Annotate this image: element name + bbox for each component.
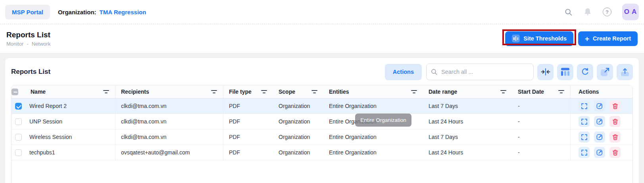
cell-start-date: - xyxy=(512,145,571,160)
help-icon[interactable]: ? xyxy=(603,8,611,16)
top-bar: MSP Portal Organization: TMA Regression … xyxy=(0,0,644,24)
expand-row-button[interactable] xyxy=(579,116,590,127)
select-all-checkbox[interactable] xyxy=(12,89,18,95)
cell-name: Wired Report 2 xyxy=(25,98,115,114)
header-date-range: Date range xyxy=(429,89,457,95)
columns-button[interactable] xyxy=(557,64,573,80)
breadcrumb-separator: - xyxy=(27,41,28,47)
edit-row-button[interactable] xyxy=(594,100,605,112)
edit-row-button[interactable] xyxy=(594,131,605,143)
expand-row-button[interactable] xyxy=(579,100,590,112)
breadcrumb: Monitor - Network xyxy=(6,41,50,47)
thresholds-sliders-icon xyxy=(512,35,520,42)
avatar[interactable]: O A xyxy=(622,4,639,20)
cell-recipients: clkdi@tma.com.vn xyxy=(115,98,223,114)
cell-file-type: PDF xyxy=(223,114,273,129)
expand-row-button[interactable] xyxy=(579,147,590,158)
row-checkbox[interactable] xyxy=(15,118,22,125)
msp-portal-button[interactable]: MSP Portal xyxy=(5,5,50,19)
header-recipients: Recipients xyxy=(121,89,149,95)
filter-icon[interactable] xyxy=(411,89,417,94)
cell-recipients: clkdi@tma.com.vn xyxy=(115,114,223,129)
page-header: Reports List Monitor - Network Site Thre… xyxy=(0,24,644,53)
site-thresholds-label: Site Thresholds xyxy=(523,35,567,42)
cell-scope: Organization xyxy=(273,114,323,129)
panel-title: Reports List xyxy=(11,68,50,76)
open-external-icon xyxy=(601,67,609,76)
refresh-button[interactable] xyxy=(577,64,593,80)
breadcrumb-parent[interactable]: Monitor xyxy=(6,41,23,47)
reports-table: Name Recipients File type Scope Entities… xyxy=(11,85,633,183)
site-thresholds-button[interactable]: Site Thresholds xyxy=(505,31,573,46)
export-button[interactable] xyxy=(617,64,633,80)
cell-date-range: Last 24 Hours xyxy=(423,114,512,129)
cell-date-range: Last 7 Days xyxy=(423,129,512,144)
cell-entities: Entire Organization xyxy=(323,114,423,129)
header-actions: Actions xyxy=(579,89,599,95)
create-report-label: Create Report xyxy=(593,35,631,42)
export-icon xyxy=(621,67,629,76)
cell-actions xyxy=(571,114,632,129)
cell-recipients: ovsqatest+auto@gmail.com xyxy=(115,145,223,160)
table-row[interactable]: Wired Report 2 clkdi@tma.com.vn PDF Orga… xyxy=(12,98,632,114)
open-external-button[interactable] xyxy=(597,64,613,80)
create-report-button[interactable]: + Create Report xyxy=(578,31,638,46)
row-checkbox[interactable] xyxy=(15,103,22,110)
cell-entities: Entire Organization xyxy=(323,98,423,114)
expand-row-button[interactable] xyxy=(579,131,590,143)
filter-icon[interactable] xyxy=(103,89,110,94)
cell-scope: Organization xyxy=(273,129,323,144)
header-scope: Scope xyxy=(279,89,295,95)
cell-actions xyxy=(571,145,632,160)
filter-icon[interactable] xyxy=(311,89,318,94)
search-input-icon xyxy=(431,68,438,75)
cell-name: UNP Session xyxy=(25,114,115,129)
search-input[interactable] xyxy=(426,64,534,80)
delete-row-button[interactable] xyxy=(609,116,621,127)
delete-row-button[interactable] xyxy=(609,100,621,112)
app-window: MSP Portal Organization: TMA Regression … xyxy=(0,0,644,183)
header-start-date: Start Date xyxy=(518,89,544,95)
actions-button[interactable]: Actions xyxy=(385,64,422,80)
table-row[interactable]: techpubs1 ovsqatest+auto@gmail.com PDF O… xyxy=(12,145,632,160)
cell-file-type: PDF xyxy=(223,129,273,144)
table-body: Wired Report 2 clkdi@tma.com.vn PDF Orga… xyxy=(12,98,632,160)
table-row[interactable]: Wireless Session clkdi@tma.com.vn PDF Or… xyxy=(12,129,632,145)
table-header-row: Name Recipients File type Scope Entities… xyxy=(12,85,632,98)
delete-row-button[interactable] xyxy=(609,147,621,158)
cell-date-range: Last 24 Hours xyxy=(423,145,512,160)
cell-start-date: - xyxy=(512,129,571,144)
cell-scope: Organization xyxy=(273,145,323,160)
cell-file-type: PDF xyxy=(223,98,273,114)
breadcrumb-child[interactable]: Network xyxy=(32,41,51,47)
filter-icon[interactable] xyxy=(558,89,565,94)
cell-recipients: clkdi@tma.com.vn xyxy=(115,129,223,144)
cell-actions xyxy=(571,98,632,114)
row-checkbox[interactable] xyxy=(15,134,22,141)
cell-file-type: PDF xyxy=(223,145,273,160)
cell-actions xyxy=(571,129,632,144)
header-file-type: File type xyxy=(229,89,252,95)
filter-icon[interactable] xyxy=(211,89,217,94)
cell-start-date: - xyxy=(512,114,571,129)
delete-row-button[interactable] xyxy=(609,131,621,143)
header-entities: Entities xyxy=(329,89,349,95)
edit-row-button[interactable] xyxy=(594,116,605,127)
table-row[interactable]: UNP Session clkdi@tma.com.vn PDF Organiz… xyxy=(12,114,632,129)
bell-icon[interactable] xyxy=(583,8,592,16)
cell-entities: Entire Organization xyxy=(323,145,423,160)
filter-icon[interactable] xyxy=(500,89,507,94)
organization-label: Organization: xyxy=(58,9,96,15)
cell-entities: Entire Organization xyxy=(323,129,423,144)
cell-scope: Organization xyxy=(273,98,323,114)
plus-icon: + xyxy=(585,35,589,42)
row-checkbox[interactable] xyxy=(15,149,22,156)
filter-icon[interactable] xyxy=(261,89,267,94)
cell-date-range: Last 7 Days xyxy=(423,98,512,114)
collapse-columns-button[interactable] xyxy=(537,64,554,80)
edit-row-button[interactable] xyxy=(594,147,605,158)
page-title: Reports List xyxy=(6,31,50,39)
organization-name-link[interactable]: TMA Regression xyxy=(100,9,146,15)
cell-start-date: - xyxy=(512,98,571,114)
search-icon[interactable] xyxy=(564,8,573,16)
